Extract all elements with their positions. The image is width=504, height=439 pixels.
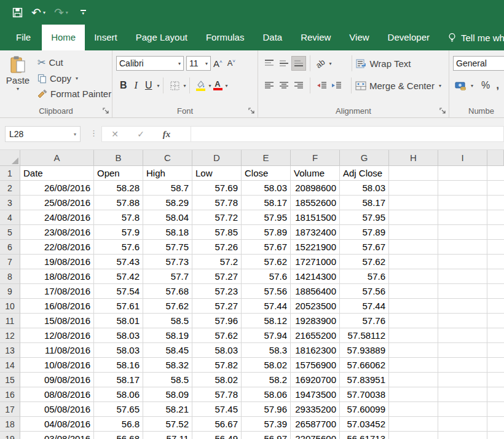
cell[interactable] [438,196,487,210]
cell[interactable]: 58.45 [143,343,192,358]
font-size-combo[interactable]: 11 ▾ [186,56,211,71]
cell[interactable] [487,166,504,181]
row-header[interactable]: 7 [0,255,20,269]
cell[interactable] [389,402,438,417]
cell[interactable] [487,225,504,240]
cell[interactable]: 57.83951 [340,373,389,387]
cell[interactable]: 12/08/2016 [20,328,94,343]
cell[interactable]: 58.06 [242,387,291,402]
cell[interactable]: 57.75 [143,240,192,255]
cell[interactable]: 58.29 [143,196,192,210]
cell[interactable]: 58.3 [242,343,291,358]
cell[interactable]: 18856400 [291,284,340,299]
cell[interactable] [438,314,487,328]
cell[interactable]: 58.02 [242,358,291,373]
top-align-button[interactable] [262,56,277,71]
cell[interactable]: 57.70038 [340,387,389,402]
align-right-button[interactable] [291,78,306,93]
cell[interactable] [389,299,438,314]
row-header[interactable]: 16 [0,387,20,402]
undo-button[interactable]: ↶ ▾ [31,7,45,18]
cell[interactable]: 58.21 [143,402,192,417]
cell[interactable]: 57.65 [94,402,143,417]
row-header[interactable]: 9 [0,284,20,299]
row-header[interactable]: 1 [0,166,20,181]
row-header[interactable]: 6 [0,240,20,255]
cell[interactable] [438,328,487,343]
name-box[interactable]: L28 ▾ [5,126,81,142]
cell[interactable]: 57.45 [192,402,242,417]
cell[interactable] [487,284,504,299]
tab-home[interactable]: Home [42,25,85,50]
column-header-sliver[interactable] [487,150,504,166]
cell[interactable]: 19473500 [291,387,340,402]
cell[interactable]: 57.9 [94,225,143,240]
cell[interactable]: 57.44 [242,299,291,314]
cell[interactable] [389,358,438,373]
cell[interactable] [487,417,504,432]
cell[interactable]: Low [192,166,242,181]
tab-file[interactable]: File [5,25,42,50]
cell[interactable]: 57.62 [340,255,389,269]
clipboard-dialog-launcher[interactable] [103,108,109,114]
cell[interactable]: 10/08/2016 [20,358,94,373]
comma-style-button[interactable]: , [496,79,499,92]
cell[interactable] [438,402,487,417]
cell[interactable]: 58.02 [192,373,242,387]
cell[interactable]: 57.61 [94,299,143,314]
cell[interactable]: 15756900 [291,358,340,373]
column-header-D[interactable]: D [192,150,242,166]
cell[interactable]: 21655200 [291,328,340,343]
cell[interactable]: 58.09 [143,387,192,402]
cell[interactable]: 57.78 [192,196,242,210]
font-dialog-launcher[interactable] [248,108,255,114]
column-header-B[interactable]: B [94,150,143,166]
row-header[interactable]: 18 [0,417,20,432]
cell[interactable]: 19283900 [291,314,340,328]
borders-button[interactable] [167,78,182,93]
cell[interactable] [438,343,487,358]
cell[interactable]: 20523500 [291,299,340,314]
cell[interactable]: 58.03 [192,343,242,358]
cell[interactable]: 57.27 [192,299,242,314]
column-header-H[interactable]: H [389,150,438,166]
cell[interactable] [487,196,504,210]
cell[interactable]: 57.69 [192,181,242,196]
increase-indent-button[interactable] [329,78,344,93]
cell[interactable]: 58.12 [242,314,291,328]
cell[interactable]: 57.6 [242,269,291,284]
tab-data[interactable]: Data [253,25,291,50]
cell[interactable] [487,314,504,328]
cell[interactable] [438,299,487,314]
row-header[interactable]: 2 [0,181,20,196]
cell[interactable] [487,269,504,284]
cell[interactable]: 57.42 [94,269,143,284]
column-header-I[interactable]: I [438,150,487,166]
cell[interactable] [487,432,504,439]
cell[interactable]: 57.56 [242,284,291,299]
cell[interactable]: 57.78 [192,387,242,402]
cell[interactable] [438,166,487,181]
cell[interactable]: 57.85 [192,225,242,240]
cell[interactable] [389,225,438,240]
cell[interactable]: 58.04 [143,210,192,225]
cell[interactable]: 57.72 [192,210,242,225]
cell[interactable]: 56.61713 [340,432,389,439]
formula-bar-resize-handle[interactable]: ⋮ [90,129,97,138]
column-header-F[interactable]: F [291,150,340,166]
row-header[interactable]: 15 [0,373,20,387]
wrap-text-button[interactable]: Wrap Text [356,58,411,69]
cell[interactable]: 22075600 [291,432,340,439]
cell[interactable]: Open [94,166,143,181]
cell[interactable]: Adj Close [340,166,389,181]
cell[interactable]: 58.03 [94,343,143,358]
cell[interactable]: 20898600 [291,181,340,196]
merge-center-button[interactable]: Merge & Center ▾ [355,81,441,91]
cell[interactable]: 58.28 [94,181,143,196]
bold-button[interactable]: B [116,80,131,91]
cell[interactable]: 58.06 [94,387,143,402]
accounting-format-button[interactable]: ▾ [453,80,475,92]
tab-formulas[interactable]: Formulas [197,25,254,50]
row-header[interactable]: 10 [0,299,20,314]
tab-insert[interactable]: Insert [85,25,127,50]
